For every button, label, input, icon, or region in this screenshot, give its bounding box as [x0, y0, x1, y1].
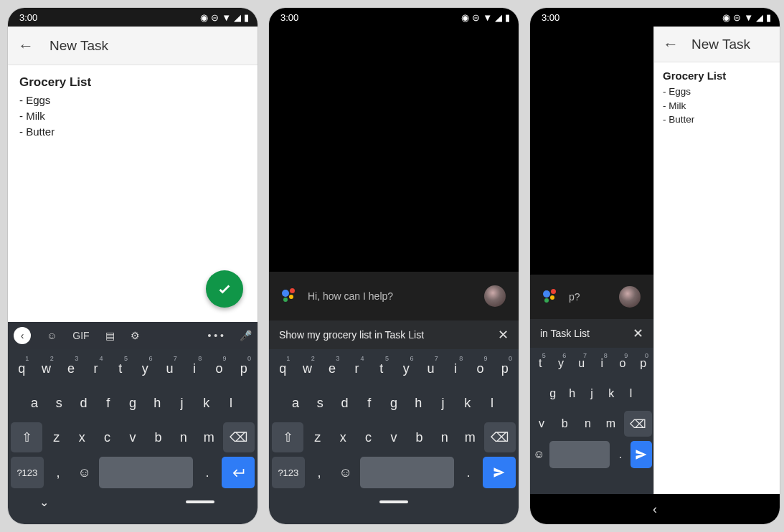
space-key[interactable]: [549, 441, 610, 468]
key-b[interactable]: b: [554, 411, 575, 437]
send-key[interactable]: [630, 441, 652, 468]
key-r[interactable]: r4: [85, 353, 106, 384]
assistant-query-bar[interactable]: Show my grocery list in Task List ✕: [269, 320, 519, 349]
key-p[interactable]: p0: [494, 353, 516, 384]
key-s[interactable]: s: [309, 388, 331, 418]
chevron-left-icon[interactable]: ‹: [14, 327, 31, 344]
enter-key[interactable]: [222, 457, 255, 488]
key-z[interactable]: z: [306, 422, 329, 452]
key-w[interactable]: w2: [35, 353, 57, 384]
symbols-key[interactable]: ?123: [11, 457, 44, 488]
key-h[interactable]: h: [146, 388, 168, 418]
key-a[interactable]: a: [285, 388, 306, 418]
period-key[interactable]: .: [613, 441, 628, 468]
key-n[interactable]: n: [433, 422, 455, 452]
key-s[interactable]: s: [48, 388, 70, 418]
key-q[interactable]: q1: [272, 353, 293, 384]
user-avatar[interactable]: [619, 286, 641, 308]
key-n[interactable]: n: [577, 411, 598, 437]
gif-button[interactable]: GIF: [72, 330, 89, 341]
space-key[interactable]: [99, 457, 193, 488]
key-u[interactable]: u7: [572, 351, 590, 376]
key-p[interactable]: p0: [233, 353, 255, 384]
key-b[interactable]: b: [147, 422, 169, 452]
key-e[interactable]: e3: [60, 353, 82, 384]
key-j[interactable]: j: [171, 388, 192, 418]
gear-icon[interactable]: ⚙: [131, 330, 140, 341]
key-k[interactable]: k: [457, 388, 478, 418]
key-m[interactable]: m: [198, 422, 220, 452]
key-y[interactable]: y6: [134, 353, 156, 384]
backspace-key[interactable]: ⌫: [223, 422, 255, 452]
key-r[interactable]: r4: [346, 353, 367, 384]
nav-pill[interactable]: [186, 500, 214, 503]
nav-back-icon[interactable]: ‹: [653, 502, 657, 517]
back-arrow-icon[interactable]: ←: [18, 37, 34, 55]
key-t[interactable]: t5: [371, 353, 392, 384]
key-g[interactable]: g: [544, 381, 561, 407]
send-key[interactable]: [483, 457, 516, 488]
key-t[interactable]: t5: [110, 353, 131, 384]
close-icon[interactable]: ✕: [633, 326, 643, 341]
key-i[interactable]: i8: [593, 351, 611, 376]
key-c[interactable]: c: [357, 422, 379, 452]
key-v[interactable]: v: [532, 411, 552, 437]
emoji-key[interactable]: ☺: [334, 457, 357, 488]
confirm-fab[interactable]: [206, 270, 243, 308]
key-k[interactable]: k: [603, 381, 620, 407]
comma-key[interactable]: ,: [47, 457, 70, 488]
key-d[interactable]: d: [334, 388, 355, 418]
period-key[interactable]: .: [196, 457, 219, 488]
key-q[interactable]: q1: [11, 353, 32, 384]
key-g[interactable]: g: [383, 388, 405, 418]
key-m[interactable]: m: [600, 411, 620, 437]
key-h[interactable]: h: [564, 381, 580, 407]
key-n[interactable]: n: [172, 422, 194, 452]
key-p[interactable]: p0: [634, 351, 652, 376]
clipboard-icon[interactable]: ▤: [105, 330, 115, 341]
key-h[interactable]: h: [407, 388, 429, 418]
key-e[interactable]: e3: [321, 353, 343, 384]
key-x[interactable]: x: [331, 422, 354, 452]
key-f[interactable]: f: [98, 388, 119, 418]
backspace-key[interactable]: ⌫: [624, 411, 652, 437]
key-o[interactable]: o9: [208, 353, 230, 384]
key-i[interactable]: i8: [184, 353, 205, 384]
key-m[interactable]: m: [459, 422, 481, 452]
key-w[interactable]: w2: [296, 353, 318, 384]
key-v[interactable]: v: [121, 422, 143, 452]
key-j[interactable]: j: [432, 388, 453, 418]
key-u[interactable]: u7: [420, 353, 441, 384]
key-v[interactable]: v: [382, 422, 405, 452]
note-content[interactable]: Grocery List - Eggs - Milk - Butter: [8, 65, 258, 149]
key-a[interactable]: a: [24, 388, 45, 418]
key-k[interactable]: k: [196, 388, 217, 418]
period-key[interactable]: .: [457, 457, 481, 488]
space-key[interactable]: [360, 457, 454, 488]
emoji-key[interactable]: ☺: [72, 457, 96, 488]
key-l[interactable]: l: [220, 388, 242, 418]
nav-down-icon[interactable]: ⌄: [39, 495, 49, 509]
nav-pill[interactable]: [379, 500, 408, 503]
shift-key[interactable]: ⇧: [272, 422, 303, 452]
key-f[interactable]: f: [359, 388, 380, 418]
comma-key[interactable]: ,: [308, 457, 331, 488]
sticker-icon[interactable]: ☺: [47, 330, 57, 341]
key-y[interactable]: y6: [552, 351, 570, 376]
back-arrow-icon[interactable]: ←: [663, 35, 679, 54]
user-avatar[interactable]: [484, 285, 506, 307]
key-g[interactable]: g: [122, 388, 143, 418]
key-y[interactable]: y6: [395, 353, 417, 384]
key-o[interactable]: o9: [614, 351, 632, 376]
assistant-query-bar[interactable]: in Task List ✕: [530, 319, 653, 348]
key-z[interactable]: z: [45, 422, 67, 452]
key-d[interactable]: d: [72, 388, 94, 418]
key-b[interactable]: b: [408, 422, 430, 452]
key-u[interactable]: u7: [159, 353, 180, 384]
mic-icon[interactable]: 🎤: [240, 330, 252, 341]
key-l[interactable]: l: [481, 388, 503, 418]
symbols-key[interactable]: ?123: [272, 457, 305, 488]
shift-key[interactable]: ⇧: [11, 422, 42, 452]
key-x[interactable]: x: [70, 422, 93, 452]
backspace-key[interactable]: ⌫: [484, 422, 516, 452]
